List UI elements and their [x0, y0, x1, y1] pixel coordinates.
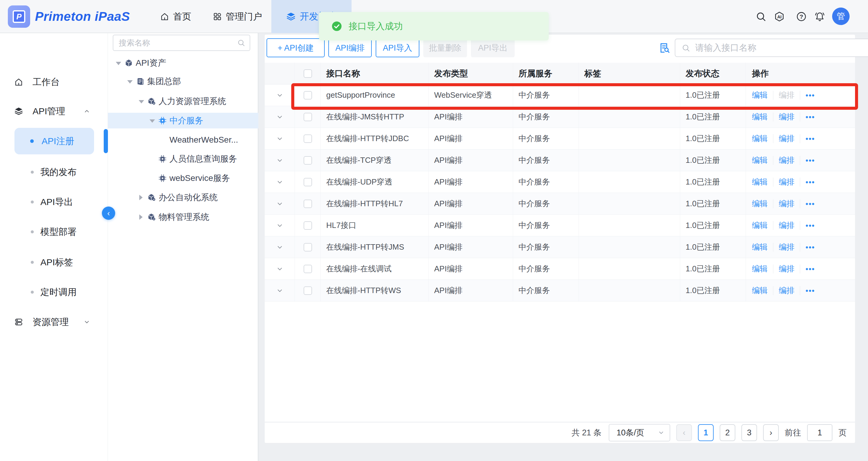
- row-checkbox[interactable]: [304, 199, 312, 208]
- sidebar-item-api-export[interactable]: API导出: [0, 193, 108, 211]
- tree-node-material-system[interactable]: 物料管理系统: [108, 210, 258, 224]
- caret-down-icon[interactable]: [139, 100, 144, 103]
- more-actions-link[interactable]: •••: [806, 265, 815, 273]
- help-icon[interactable]: [796, 11, 807, 22]
- tree-node-oa-system[interactable]: 办公自动化系统: [108, 190, 258, 205]
- sidebar-item-label: API管理: [33, 105, 65, 118]
- prev-page-button[interactable]: ‹: [676, 424, 692, 441]
- tree-node-hr-system[interactable]: 人力资源管理系统: [108, 94, 258, 109]
- row-expand-chevron-icon[interactable]: [276, 287, 284, 295]
- row-expand-chevron-icon[interactable]: [276, 243, 284, 251]
- row-checkbox[interactable]: [304, 156, 312, 165]
- edit-link[interactable]: 编辑: [752, 133, 768, 144]
- tree-node-api-assets[interactable]: API资产: [108, 56, 258, 70]
- row-checkbox[interactable]: [304, 243, 312, 251]
- orchestrate-link[interactable]: 编排: [779, 220, 795, 230]
- sidebar-item-api-mgmt[interactable]: API管理: [0, 103, 108, 120]
- api-import-button[interactable]: API导入: [376, 38, 420, 57]
- more-actions-link[interactable]: •••: [806, 221, 815, 230]
- orchestrate-link[interactable]: 编排: [779, 264, 795, 274]
- sidebar-item-api-register-active[interactable]: API注册: [14, 128, 94, 154]
- row-expand-chevron-icon[interactable]: [276, 222, 284, 229]
- page-button-2[interactable]: 2: [720, 424, 735, 441]
- sidebar-item-workbench[interactable]: 工作台: [0, 73, 108, 90]
- page-size-select[interactable]: 10条/页: [609, 424, 670, 441]
- more-actions-link[interactable]: •••: [806, 91, 815, 99]
- sidebar-item-resource-mgmt[interactable]: 资源管理: [0, 313, 108, 331]
- doc-search-icon[interactable]: [658, 42, 671, 54]
- edit-link[interactable]: 编辑: [752, 264, 768, 274]
- sidebar-collapse-toggle[interactable]: ‹: [102, 207, 115, 220]
- row-expand-chevron-icon[interactable]: [276, 265, 284, 273]
- orchestrate-link[interactable]: 编排: [779, 155, 795, 165]
- row-checkbox[interactable]: [304, 91, 312, 99]
- row-checkbox[interactable]: [304, 221, 312, 230]
- edit-link[interactable]: 编辑: [752, 112, 768, 122]
- edit-link[interactable]: 编辑: [752, 198, 768, 209]
- select-all-checkbox[interactable]: [304, 69, 312, 78]
- page-button-1[interactable]: 1: [698, 424, 714, 441]
- sidebar-item-my-publish[interactable]: 我的发布: [0, 164, 108, 181]
- row-checkbox[interactable]: [304, 286, 312, 295]
- more-actions-link[interactable]: •••: [806, 199, 815, 208]
- row-expand-chevron-icon[interactable]: [276, 113, 284, 121]
- more-actions-link[interactable]: •••: [806, 243, 815, 251]
- row-expand-chevron-icon[interactable]: [276, 178, 284, 186]
- row-expand-chevron-icon[interactable]: [276, 156, 284, 164]
- row-expand-chevron-icon[interactable]: [276, 200, 284, 208]
- api-orchestrate-button[interactable]: API编排: [328, 38, 372, 57]
- row-checkbox[interactable]: [304, 265, 312, 273]
- orchestrate-link[interactable]: 编排: [779, 112, 795, 122]
- orchestrate-link[interactable]: 编排: [779, 198, 795, 209]
- user-avatar[interactable]: 管: [832, 7, 849, 25]
- tree-node-person-info-service[interactable]: 人员信息查询服务: [108, 152, 258, 166]
- sidebar-item-model-deploy[interactable]: 模型部署: [0, 223, 108, 240]
- row-checkbox[interactable]: [304, 134, 312, 143]
- page-button-3[interactable]: 3: [741, 424, 757, 441]
- next-page-button[interactable]: ›: [763, 424, 779, 441]
- row-expand-chevron-icon[interactable]: [276, 91, 284, 99]
- edit-link[interactable]: 编辑: [752, 285, 768, 296]
- tree-node-weather-webservice[interactable]: WeatherWebSer...: [108, 133, 258, 147]
- edit-link[interactable]: 编辑: [752, 155, 768, 165]
- tree-search-input[interactable]: [113, 38, 237, 48]
- batch-delete-button[interactable]: 批量删除: [423, 38, 467, 57]
- more-actions-link[interactable]: •••: [806, 178, 815, 186]
- nav-home[interactable]: 首页: [160, 0, 191, 33]
- api-search-input[interactable]: [690, 42, 868, 53]
- orchestrate-link[interactable]: 编排: [779, 285, 795, 296]
- bell-icon[interactable]: [814, 11, 826, 22]
- edit-link[interactable]: 编辑: [752, 90, 768, 100]
- tree-node-group-hq[interactable]: 集团总部: [108, 74, 258, 89]
- more-actions-link[interactable]: •••: [806, 156, 815, 165]
- api-create-button[interactable]: + API创建: [267, 38, 325, 57]
- tree-node-webservice-service[interactable]: webService服务: [108, 171, 258, 185]
- more-actions-link[interactable]: •••: [806, 286, 815, 295]
- caret-right-icon[interactable]: [139, 195, 143, 200]
- ai-assistant-icon[interactable]: [774, 11, 785, 22]
- row-checkbox[interactable]: [304, 178, 312, 186]
- edit-link[interactable]: 编辑: [752, 220, 768, 230]
- edit-link[interactable]: 编辑: [752, 177, 768, 187]
- more-actions-link[interactable]: •••: [806, 113, 815, 121]
- caret-down-icon[interactable]: [116, 62, 121, 65]
- tree-node-mediation-service-selected[interactable]: 中介服务: [108, 113, 258, 128]
- search-icon[interactable]: [755, 11, 767, 22]
- api-name-cell: getSupportProvince: [321, 85, 429, 106]
- caret-down-icon[interactable]: [150, 119, 155, 123]
- orchestrate-link[interactable]: 编排: [779, 133, 795, 144]
- api-export-button[interactable]: API导出: [471, 38, 515, 57]
- orchestrate-link[interactable]: 编排: [779, 90, 795, 100]
- row-checkbox[interactable]: [304, 113, 312, 121]
- orchestrate-link[interactable]: 编排: [779, 177, 795, 187]
- sidebar-item-api-tags[interactable]: API标签: [0, 254, 108, 271]
- caret-down-icon[interactable]: [127, 80, 133, 84]
- sidebar-item-timed-call[interactable]: 定时调用: [0, 284, 108, 301]
- edit-link[interactable]: 编辑: [752, 242, 768, 252]
- nav-admin-portal[interactable]: 管理门户: [213, 0, 262, 33]
- caret-right-icon[interactable]: [139, 214, 143, 220]
- goto-page-input[interactable]: [807, 424, 832, 441]
- more-actions-link[interactable]: •••: [806, 134, 815, 143]
- orchestrate-link[interactable]: 编排: [779, 242, 795, 252]
- row-expand-chevron-icon[interactable]: [276, 135, 284, 143]
